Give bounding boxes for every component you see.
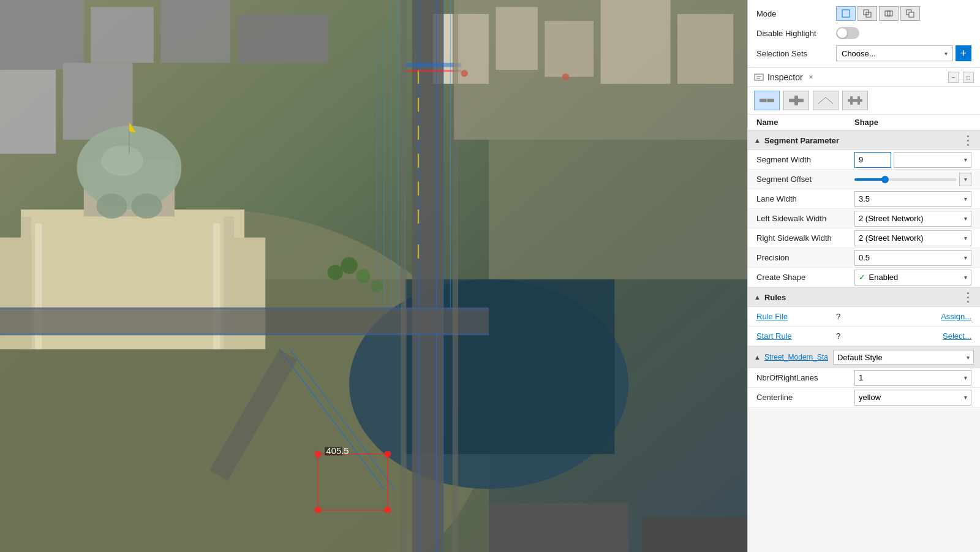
prop-row-lane-width: Lane Width 3.5 ▾	[748, 189, 980, 209]
svg-rect-91	[858, 96, 860, 105]
centerline-value: yellow	[859, 393, 881, 402]
prop-row-segment-offset: Segment Offset ▾	[748, 170, 980, 189]
prop-name-segment-offset: Segment Offset	[756, 171, 854, 187]
street-row-centerline: Centerline yellow ▾	[748, 388, 980, 407]
inspector-header: Inspector × − □	[748, 68, 980, 87]
mode-btn-subtract[interactable]	[900, 6, 920, 21]
rules-section-header[interactable]: ▲ Rules ⋮	[748, 287, 980, 307]
props-body[interactable]: ▲ Segment Parameter ⋮ Segment Width ▾	[748, 130, 980, 552]
rule-row-start-rule: Start Rule ? Select...	[748, 327, 980, 346]
props-header-shape: Shape	[854, 118, 971, 127]
selection-sets-add-button[interactable]: +	[956, 45, 971, 61]
prop-value-right-sidewalk-width: 2 (Street Network) ▾	[854, 230, 971, 246]
prop-value-precision: 0.5 ▾	[854, 250, 971, 266]
selection-sets-dropdown[interactable]: Choose... ▾	[836, 45, 953, 61]
left-sidewalk-width-value: 2 (Street Network)	[859, 214, 923, 223]
segment-offset-slider[interactable]	[854, 178, 957, 181]
street-row-nbr-right-lanes: NbrOfRightLanes 1 ▾	[748, 368, 980, 388]
rule-file-label[interactable]: Rule File	[756, 312, 836, 321]
prop-row-segment-width: Segment Width ▾	[748, 150, 980, 170]
prop-name-left-sidewalk-width: Left Sidewalk Width	[756, 210, 854, 227]
segment-parameter-section-header[interactable]: ▲ Segment Parameter ⋮	[748, 130, 980, 150]
mode-label: Mode	[756, 9, 836, 18]
svg-rect-88	[794, 96, 798, 105]
street-style-value: Default Style	[837, 353, 883, 362]
shape-tabs	[748, 87, 980, 115]
start-rule-label[interactable]: Start Rule	[756, 331, 836, 341]
segment-offset-end-btn[interactable]: ▾	[959, 173, 971, 186]
prop-name-centerline: Centerline	[756, 389, 854, 406]
disable-highlight-row: Disable Highlight	[756, 27, 971, 39]
rule-row-rule-file: Rule File ? Assign...	[748, 307, 980, 327]
svg-rect-75	[842, 10, 850, 17]
svg-rect-82	[755, 74, 763, 80]
precision-dropdown[interactable]: 0.5 ▾	[854, 250, 971, 266]
street-style-section-header[interactable]: ▲ Street_Modern_Sta Default Style ▾	[748, 346, 980, 368]
prop-value-create-shape: ✓ Enabled ▾	[854, 270, 971, 285]
props-header-name: Name	[756, 118, 854, 127]
selection-sets-chevron: ▾	[944, 50, 948, 57]
rules-more[interactable]: ⋮	[962, 291, 974, 303]
create-shape-value: ✓ Enabled	[859, 273, 898, 282]
left-sidewalk-width-dropdown[interactable]: 2 (Street Network) ▾	[854, 211, 971, 227]
mode-btn-rect[interactable]	[836, 6, 856, 21]
inspector-icon	[754, 72, 764, 82]
street-style-dropdown[interactable]: Default Style ▾	[833, 350, 974, 365]
3d-viewport[interactable]: 405.5	[0, 0, 747, 552]
prop-row-precision: Precision 0.5 ▾	[748, 248, 980, 268]
svg-rect-81	[909, 12, 914, 17]
prop-value-lane-width: 3.5 ▾	[854, 191, 971, 207]
props-header: Name Shape	[748, 115, 980, 130]
prop-row-create-shape: Create Shape ✓ Enabled ▾	[748, 268, 980, 287]
nbr-right-lanes-dropdown[interactable]: 1 ▾	[854, 370, 971, 386]
prop-value-left-sidewalk-width: 2 (Street Network) ▾	[854, 211, 971, 227]
toolbar-section: Mode Disable Highlight	[748, 0, 980, 68]
lane-width-value: 3.5	[859, 194, 870, 203]
centerline-dropdown[interactable]: yellow ▾	[854, 390, 971, 406]
mode-buttons	[836, 6, 920, 21]
right-panel: Mode Disable Highlight	[747, 0, 980, 552]
inspector-section: Inspector × − □ Name	[748, 68, 980, 552]
prop-value-centerline: yellow ▾	[854, 390, 971, 406]
segment-parameter-title: Segment Parameter	[764, 136, 839, 145]
street-style-name[interactable]: Street_Modern_Sta	[764, 353, 828, 361]
svg-rect-89	[848, 99, 862, 102]
mode-row: Mode	[756, 6, 971, 21]
mode-btn-intersect[interactable]	[879, 6, 899, 21]
disable-highlight-label: Disable Highlight	[756, 29, 836, 38]
selection-sets-value: Choose...	[842, 49, 876, 58]
segment-width-input[interactable]	[854, 152, 891, 168]
start-rule-value: ?	[836, 331, 867, 341]
prop-name-lane-width: Lane Width	[756, 191, 854, 207]
prop-value-segment-offset: ▾	[854, 173, 971, 186]
shape-tab-0[interactable]	[754, 91, 780, 110]
rules-chevron: ▲	[754, 293, 761, 301]
inspector-minimize-button[interactable]: −	[948, 72, 959, 83]
prop-name-precision: Precision	[756, 249, 854, 266]
rule-file-assign-button[interactable]: Assign...	[867, 312, 971, 321]
shape-tab-2[interactable]	[813, 91, 839, 110]
segment-parameter-chevron: ▲	[754, 137, 761, 144]
inspector-close-button[interactable]: ×	[809, 73, 813, 81]
prop-row-right-sidewalk-width: Right Sidewalk Width 2 (Street Network) …	[748, 229, 980, 248]
prop-name-right-sidewalk-width: Right Sidewalk Width	[756, 230, 854, 246]
right-sidewalk-width-value: 2 (Street Network)	[859, 233, 923, 243]
nbr-right-lanes-value: 1	[859, 373, 863, 382]
inspector-window-buttons: − □	[948, 72, 974, 83]
mode-btn-multi[interactable]	[858, 6, 877, 21]
inspector-maximize-button[interactable]: □	[963, 72, 974, 83]
segment-width-dropdown[interactable]: ▾	[894, 152, 971, 168]
disable-highlight-toggle[interactable]	[836, 27, 859, 39]
segment-parameter-more[interactable]: ⋮	[962, 134, 974, 146]
shape-tab-1[interactable]	[783, 91, 809, 110]
rules-title: Rules	[764, 293, 786, 302]
svg-rect-90	[850, 96, 853, 105]
right-sidewalk-width-dropdown[interactable]: 2 (Street Network) ▾	[854, 230, 971, 246]
street-style-chevron: ▲	[754, 354, 761, 361]
start-rule-select-button[interactable]: Select...	[867, 331, 971, 341]
prop-value-segment-width: ▾	[854, 152, 971, 168]
prop-row-left-sidewalk-width: Left Sidewalk Width 2 (Street Network) ▾	[748, 209, 980, 229]
shape-tab-3[interactable]	[842, 91, 868, 110]
create-shape-dropdown[interactable]: ✓ Enabled ▾	[854, 270, 971, 285]
lane-width-dropdown[interactable]: 3.5 ▾	[854, 191, 971, 207]
